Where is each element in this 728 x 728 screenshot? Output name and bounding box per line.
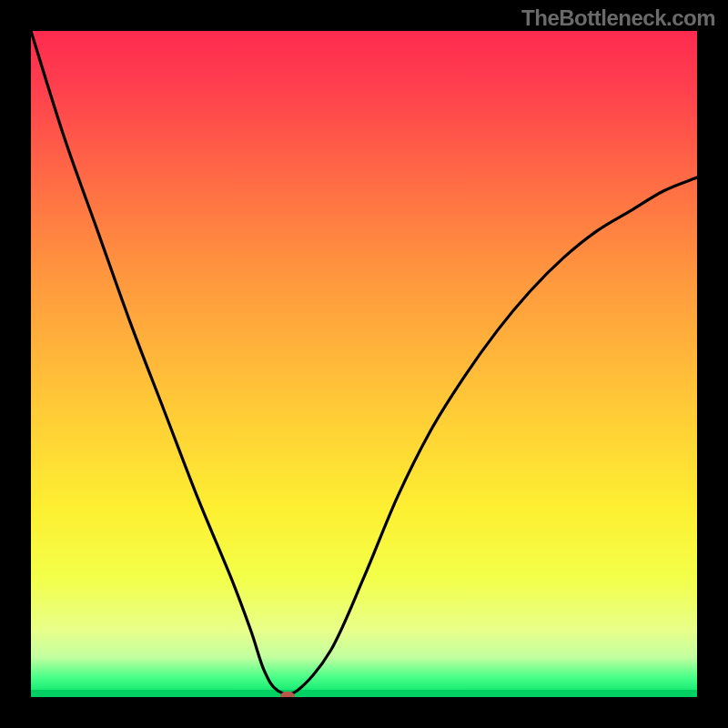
chart-frame: TheBottleneck.com: [0, 0, 728, 728]
current-config-marker: [280, 692, 295, 697]
plot-area: [31, 31, 697, 697]
watermark-text: TheBottleneck.com: [521, 5, 715, 31]
bottleneck-curve-path: [31, 31, 697, 694]
bottleneck-curve-svg: [31, 31, 697, 697]
